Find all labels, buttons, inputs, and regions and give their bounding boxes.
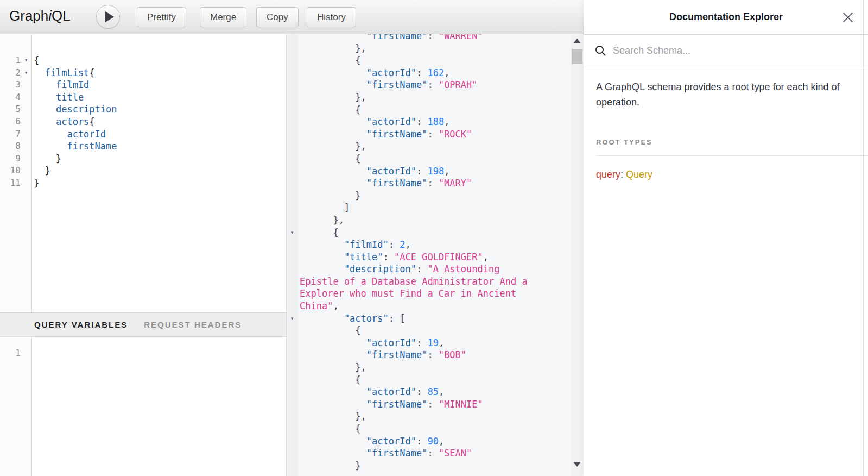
fold-gutter (287, 34, 297, 42)
fold-gutter (287, 374, 297, 386)
code-line: "actorId": 198, (287, 165, 584, 178)
code-line: "firstName": "OPRAH" (287, 79, 584, 91)
fold-gutter (21, 140, 31, 153)
code-line: { (287, 104, 584, 116)
fold-arrow-icon[interactable]: ▾ (287, 312, 297, 325)
fold-gutter (287, 423, 297, 435)
fold-gutter (287, 153, 297, 165)
fold-gutter (287, 287, 297, 300)
code-line: 2▾ filmList{ (0, 67, 286, 79)
type-link-query[interactable]: Query (626, 169, 652, 180)
fold-gutter (287, 239, 297, 251)
prettify-button[interactable]: Prettify (137, 7, 186, 27)
code-line: "actorId": 85, (287, 386, 584, 398)
tab-query-variables[interactable]: QUERY VARIABLES (34, 320, 128, 329)
close-doc-explorer-button[interactable] (842, 11, 854, 23)
doc-panel-right-edge (863, 0, 864, 476)
fold-gutter (287, 214, 297, 227)
code-line: "title": "ACE GOLDFINGER", (287, 251, 584, 264)
fold-gutter (21, 347, 31, 360)
fold-gutter (287, 386, 297, 398)
code-line: China", (287, 300, 584, 312)
response-scrollbar[interactable] (571, 34, 583, 476)
play-icon (105, 11, 114, 22)
fold-gutter (287, 104, 297, 116)
doc-explorer-header: Documentation Explorer (584, 0, 868, 35)
query-editor-pane[interactable]: 1▾{2▾ filmList{3 filmId4 title5 descript… (0, 34, 286, 312)
query-variables-editor-pane[interactable]: 1 (0, 337, 286, 476)
doc-explorer-body: A GraphQL schema provides a root type fo… (584, 67, 868, 192)
code-line: "actorId": 19, (287, 337, 584, 349)
code-line: Epistle of a Database Administrator And … (287, 275, 584, 288)
fold-gutter (287, 116, 297, 128)
line-number: 4 (0, 91, 21, 104)
fold-gutter (21, 177, 31, 190)
code-line: "actorId": 162, (287, 67, 584, 79)
documentation-explorer-panel: Documentation Explorer A GraphQL schema … (584, 0, 868, 476)
fold-gutter (21, 128, 31, 141)
line-number: 7 (0, 128, 21, 141)
fold-gutter (287, 398, 297, 411)
response-viewer[interactable]: "firstName": "WARREN" }, { "actorId": 16… (287, 34, 584, 472)
code-line: "firstName": "BOB" (287, 349, 584, 361)
line-number: 11 (0, 177, 21, 190)
fold-gutter (21, 79, 31, 91)
scrollbar-up-arrow-icon[interactable] (571, 39, 583, 49)
schema-search-bar (584, 35, 868, 67)
fold-gutter (287, 435, 297, 448)
execute-query-button[interactable] (96, 5, 120, 29)
code-line: 7 actorId (0, 128, 286, 141)
fold-gutter (287, 54, 297, 67)
fold-gutter (287, 337, 297, 349)
fold-arrow-icon[interactable]: ▾ (21, 54, 31, 67)
fold-gutter (287, 251, 297, 264)
line-number: 3 (0, 79, 21, 91)
toolbar: GraphiQL Prettify Merge Copy History (0, 0, 584, 34)
query-editor[interactable]: 1▾{2▾ filmList{3 filmId4 title5 descript… (0, 34, 286, 190)
section-divider (596, 155, 868, 156)
line-number: 5 (0, 103, 21, 116)
code-line: 1 (0, 347, 286, 360)
line-number: 1 (0, 347, 21, 360)
fold-gutter (287, 42, 297, 55)
close-icon (842, 11, 854, 23)
code-line: 10 } (0, 165, 286, 177)
fold-gutter (287, 324, 297, 337)
tab-request-headers[interactable]: REQUEST HEADERS (144, 320, 242, 329)
fold-arrow-icon[interactable]: ▾ (21, 67, 31, 79)
fold-gutter (21, 165, 31, 177)
scrollbar-thumb[interactable] (572, 49, 582, 64)
line-number: 9 (0, 153, 21, 165)
fold-gutter (287, 447, 297, 460)
fold-gutter (287, 177, 297, 190)
response-viewer-pane[interactable]: "firstName": "WARREN" }, { "actorId": 16… (286, 34, 584, 476)
line-number: 6 (0, 116, 21, 128)
code-line: 9 } (0, 153, 286, 165)
scrollbar-down-arrow-icon[interactable] (571, 462, 583, 473)
fold-gutter (287, 128, 297, 141)
code-line: 8 firstName (0, 140, 286, 153)
merge-button[interactable]: Merge (200, 7, 246, 27)
code-line: 4 title (0, 91, 286, 104)
search-schema-input[interactable] (612, 45, 842, 57)
history-button[interactable]: History (307, 7, 356, 27)
fold-arrow-icon[interactable]: ▾ (287, 227, 297, 239)
fold-gutter (287, 275, 297, 288)
fold-gutter (287, 300, 297, 312)
fold-gutter (287, 165, 297, 178)
copy-button[interactable]: Copy (256, 7, 299, 27)
code-line: "firstName": "ROCK" (287, 128, 584, 141)
fold-gutter (21, 153, 31, 165)
line-number: 1 (0, 54, 21, 67)
fold-gutter (287, 79, 297, 91)
code-line: { (287, 374, 584, 386)
line-number: 10 (0, 165, 21, 177)
fold-gutter (287, 140, 297, 153)
code-line: }, (287, 42, 584, 55)
query-variables-editor[interactable]: 1 (0, 337, 286, 360)
code-line: { (287, 324, 584, 337)
code-line: }, (287, 91, 584, 104)
code-line: ▾ { (287, 227, 584, 239)
code-line: "firstName": "SEAN" (287, 447, 584, 460)
code-line: { (287, 54, 584, 67)
